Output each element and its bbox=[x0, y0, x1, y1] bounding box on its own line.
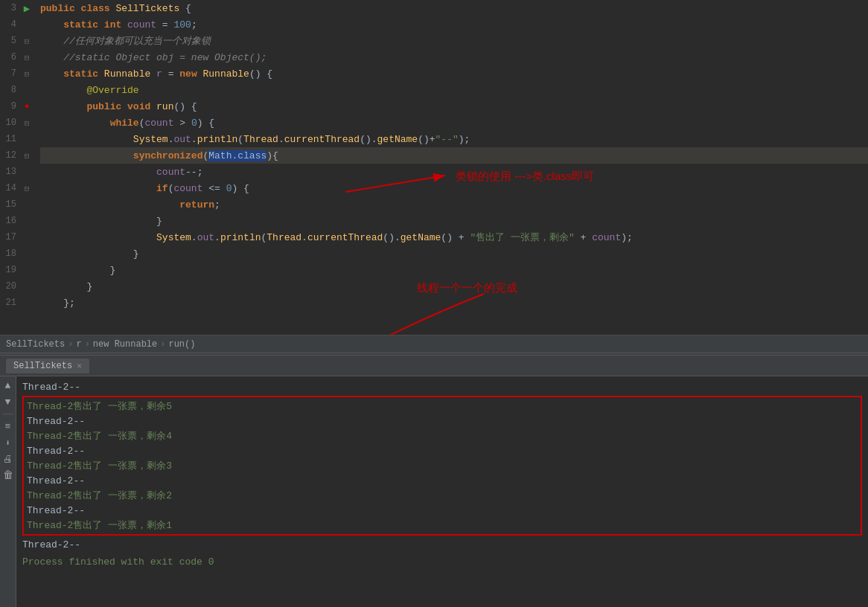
code-line-15: return; bbox=[40, 196, 868, 213]
console-line-box-5: Thread-2售出了 一张票，剩余3 bbox=[27, 458, 858, 473]
line-number: 9 bbox=[0, 101, 21, 112]
line-number: 15 bbox=[0, 199, 21, 210]
console-filter-button[interactable]: ⬇ bbox=[2, 437, 14, 449]
console-up-button[interactable]: ▲ bbox=[2, 379, 14, 391]
breadcrumb-part-2: r bbox=[76, 339, 81, 350]
fold-icon: ⊟ bbox=[21, 184, 33, 193]
breakpoint-icon[interactable]: ● bbox=[21, 102, 33, 111]
code-lines: public class SellTickets { static int co… bbox=[37, 0, 868, 335]
code-line-4: static int count = 100; bbox=[40, 16, 868, 33]
code-line-12: synchronized(Math.class){ bbox=[40, 147, 868, 164]
fold-icon: ⊟ bbox=[21, 36, 33, 46]
breadcrumb-part-1: SellTickets bbox=[6, 339, 65, 350]
code-line-5: //任何对象都可以充当一个对象锁 bbox=[40, 33, 868, 49]
console-line-post: Thread-2-- bbox=[22, 537, 862, 552]
console-sidebar: ▲ ▼ ≡ ⬇ 🖨 🗑 bbox=[0, 376, 16, 607]
breadcrumb-bar: SellTickets › r › new Runnable › run() bbox=[0, 335, 868, 353]
code-line-14: if(count <= 0) { bbox=[40, 180, 868, 196]
line-number: 12 bbox=[0, 150, 21, 161]
line-number: 3 bbox=[0, 3, 21, 13]
console-line-box-8: Thread-2-- bbox=[27, 503, 858, 518]
console-clear-button[interactable]: 🗑 bbox=[2, 469, 14, 481]
code-line-13: count--; bbox=[40, 164, 868, 180]
line-number: 21 bbox=[0, 298, 21, 308]
console-content: Thread-2-- Thread-2售出了 一张票，剩余5 Thread-2-… bbox=[16, 376, 868, 607]
console-line-box-6: Thread-2-- bbox=[27, 473, 858, 488]
line-number: 17 bbox=[0, 232, 21, 243]
run-icon[interactable]: ▶ bbox=[21, 2, 33, 15]
code-line-9: public void run() { bbox=[40, 98, 868, 115]
code-line-17: System.out.println(Thread.currentThread(… bbox=[40, 229, 868, 245]
console-tab[interactable]: SellTickets ✕ bbox=[6, 359, 89, 373]
code-line-7: static Runnable r = new Runnable() { bbox=[40, 65, 868, 82]
console-line-pre: Thread-2-- bbox=[22, 379, 862, 394]
console-process-line: Process finished with exit code 0 bbox=[22, 556, 862, 568]
code-line-10: while(count > 0) { bbox=[40, 115, 868, 131]
console-down-button[interactable]: ▼ bbox=[2, 396, 14, 408]
console-line-box-2: Thread-2-- bbox=[27, 414, 858, 428]
console-separator bbox=[3, 414, 13, 414]
breadcrumb-part-3: new Runnable bbox=[93, 339, 157, 350]
console-boxed-group: Thread-2售出了 一张票，剩余5 Thread-2-- Thread-2售… bbox=[22, 396, 862, 536]
code-line-20: } bbox=[40, 278, 868, 295]
line-number: 10 bbox=[0, 118, 21, 128]
gutter: 3 ▶ 4 5 ⊟ 6 ⊟ 7 ⊟ 8 bbox=[0, 0, 37, 335]
console-line-box-1: Thread-2售出了 一张票，剩余5 bbox=[27, 399, 858, 414]
line-number: 4 bbox=[0, 19, 21, 30]
breadcrumb-sep-3: › bbox=[160, 339, 165, 350]
tab-close-icon[interactable]: ✕ bbox=[77, 361, 82, 370]
fold-icon: ⊟ bbox=[21, 151, 33, 161]
fold-icon: ⊟ bbox=[21, 118, 33, 128]
line-number: 18 bbox=[0, 248, 21, 259]
line-number: 14 bbox=[0, 183, 21, 193]
console-line-box-9: Thread-2售出了 一张票，剩余1 bbox=[27, 518, 858, 533]
code-line-16: } bbox=[40, 213, 868, 229]
line-number: 20 bbox=[0, 281, 21, 292]
line-number: 8 bbox=[0, 85, 21, 95]
code-line-19: } bbox=[40, 262, 868, 278]
code-line-11: System.out.println(Thread.currentThread(… bbox=[40, 131, 868, 147]
line-number: 11 bbox=[0, 134, 21, 144]
fold-icon: ⊟ bbox=[21, 69, 33, 79]
code-line-6: //static Object obj = new Object(); bbox=[40, 49, 868, 65]
console-sort-button[interactable]: ≡ bbox=[2, 420, 14, 432]
breadcrumb-sep-1: › bbox=[68, 339, 73, 350]
console-line-box-7: Thread-2售出了 一张票，剩余2 bbox=[27, 488, 858, 503]
line-number: 5 bbox=[0, 36, 21, 46]
console-section: SellTickets ✕ ▲ ▼ ≡ ⬇ 🖨 🗑 Thread-2-- Thr… bbox=[0, 356, 868, 607]
fold-icon: ⊟ bbox=[21, 53, 33, 62]
breadcrumb-sep-2: › bbox=[85, 339, 90, 350]
line-number: 16 bbox=[0, 216, 21, 226]
line-number: 19 bbox=[0, 265, 21, 275]
code-line-21: }; bbox=[40, 295, 868, 311]
console-tab-bar: SellTickets ✕ bbox=[0, 356, 868, 376]
code-line-18: } bbox=[40, 245, 868, 262]
console-tab-label: SellTickets bbox=[13, 361, 72, 371]
line-number: 6 bbox=[0, 52, 21, 62]
editor-section: 3 ▶ 4 5 ⊟ 6 ⊟ 7 ⊟ 8 bbox=[0, 0, 868, 335]
code-line-3: public class SellTickets { bbox=[40, 0, 868, 16]
code-line-8: @Override bbox=[40, 82, 868, 98]
breadcrumb-part-4: run() bbox=[168, 339, 195, 350]
line-number: 7 bbox=[0, 68, 21, 79]
console-print-button[interactable]: 🖨 bbox=[2, 453, 14, 465]
line-number: 13 bbox=[0, 167, 21, 177]
console-line-box-4: Thread-2-- bbox=[27, 443, 858, 458]
console-line-box-3: Thread-2售出了 一张票，剩余4 bbox=[27, 428, 858, 443]
